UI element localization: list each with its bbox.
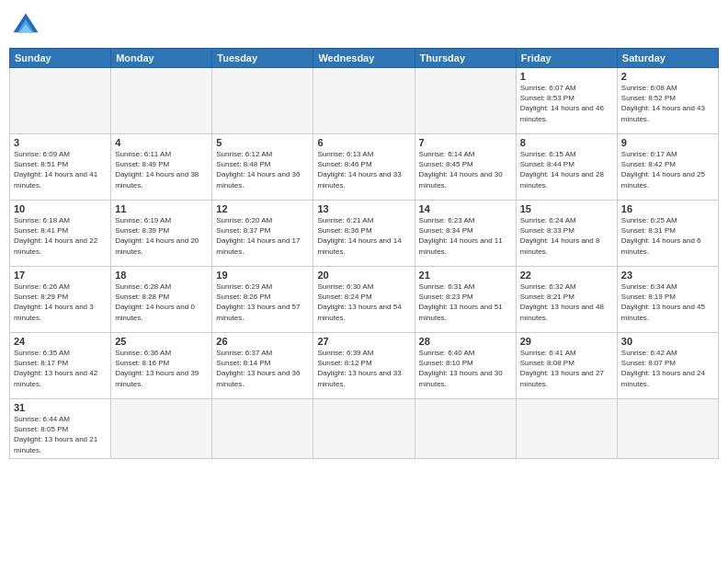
day-info: Sunrise: 6:36 AM Sunset: 8:16 PM Dayligh… bbox=[115, 348, 208, 389]
header bbox=[9, 9, 719, 42]
weekday-header-wednesday: Wednesday bbox=[313, 49, 415, 68]
calendar-cell: 21Sunrise: 6:31 AM Sunset: 8:23 PM Dayli… bbox=[415, 267, 516, 333]
day-number: 18 bbox=[115, 270, 208, 281]
day-number: 15 bbox=[520, 203, 613, 214]
weekday-header-monday: Monday bbox=[111, 49, 212, 68]
calendar-cell bbox=[313, 399, 415, 459]
day-info: Sunrise: 6:11 AM Sunset: 8:49 PM Dayligh… bbox=[115, 149, 208, 190]
day-number: 28 bbox=[419, 336, 512, 347]
calendar-cell bbox=[313, 68, 415, 134]
calendar-cell: 19Sunrise: 6:29 AM Sunset: 8:26 PM Dayli… bbox=[212, 267, 313, 333]
weekday-header-tuesday: Tuesday bbox=[212, 49, 313, 68]
day-info: Sunrise: 6:31 AM Sunset: 8:23 PM Dayligh… bbox=[419, 282, 512, 323]
calendar-cell: 20Sunrise: 6:30 AM Sunset: 8:24 PM Dayli… bbox=[313, 267, 415, 333]
calendar-cell: 25Sunrise: 6:36 AM Sunset: 8:16 PM Dayli… bbox=[111, 333, 212, 399]
calendar-cell: 1Sunrise: 6:07 AM Sunset: 8:53 PM Daylig… bbox=[516, 68, 617, 134]
day-info: Sunrise: 6:40 AM Sunset: 8:10 PM Dayligh… bbox=[419, 348, 512, 389]
calendar-cell bbox=[111, 399, 212, 459]
weekday-header-friday: Friday bbox=[516, 49, 617, 68]
day-number: 12 bbox=[216, 203, 309, 214]
calendar-cell: 10Sunrise: 6:18 AM Sunset: 8:41 PM Dayli… bbox=[10, 201, 111, 267]
calendar-cell: 31Sunrise: 6:44 AM Sunset: 8:05 PM Dayli… bbox=[10, 399, 111, 459]
day-info: Sunrise: 6:09 AM Sunset: 8:51 PM Dayligh… bbox=[14, 149, 107, 190]
day-number: 22 bbox=[520, 270, 613, 281]
calendar-cell: 17Sunrise: 6:26 AM Sunset: 8:29 PM Dayli… bbox=[10, 267, 111, 333]
day-number: 5 bbox=[216, 137, 309, 148]
calendar-cell: 2Sunrise: 6:08 AM Sunset: 8:52 PM Daylig… bbox=[617, 68, 718, 134]
calendar-week-row: 1Sunrise: 6:07 AM Sunset: 8:53 PM Daylig… bbox=[10, 68, 719, 134]
day-info: Sunrise: 6:13 AM Sunset: 8:46 PM Dayligh… bbox=[317, 149, 410, 190]
day-info: Sunrise: 6:17 AM Sunset: 8:42 PM Dayligh… bbox=[621, 149, 714, 190]
day-number: 11 bbox=[115, 203, 208, 214]
calendar-cell bbox=[10, 68, 111, 134]
calendar-cell: 22Sunrise: 6:32 AM Sunset: 8:21 PM Dayli… bbox=[516, 267, 617, 333]
calendar-cell: 30Sunrise: 6:42 AM Sunset: 8:07 PM Dayli… bbox=[617, 333, 718, 399]
day-number: 9 bbox=[621, 137, 714, 148]
day-info: Sunrise: 6:18 AM Sunset: 8:41 PM Dayligh… bbox=[14, 215, 107, 257]
calendar-cell: 16Sunrise: 6:25 AM Sunset: 8:31 PM Dayli… bbox=[617, 201, 718, 267]
day-info: Sunrise: 6:26 AM Sunset: 8:29 PM Dayligh… bbox=[14, 282, 107, 323]
weekday-header-thursday: Thursday bbox=[415, 49, 516, 68]
calendar-week-row: 31Sunrise: 6:44 AM Sunset: 8:05 PM Dayli… bbox=[10, 399, 719, 459]
day-info: Sunrise: 6:30 AM Sunset: 8:24 PM Dayligh… bbox=[317, 282, 410, 323]
calendar-cell bbox=[212, 68, 313, 134]
day-number: 6 bbox=[317, 137, 410, 148]
calendar-week-row: 3Sunrise: 6:09 AM Sunset: 8:51 PM Daylig… bbox=[10, 134, 719, 201]
day-number: 25 bbox=[115, 336, 208, 347]
day-info: Sunrise: 6:12 AM Sunset: 8:48 PM Dayligh… bbox=[216, 149, 309, 190]
day-info: Sunrise: 6:29 AM Sunset: 8:26 PM Dayligh… bbox=[216, 282, 309, 323]
day-number: 27 bbox=[317, 336, 410, 347]
day-info: Sunrise: 6:25 AM Sunset: 8:31 PM Dayligh… bbox=[621, 215, 714, 257]
page: SundayMondayTuesdayWednesdayThursdayFrid… bbox=[0, 0, 728, 563]
day-info: Sunrise: 6:14 AM Sunset: 8:45 PM Dayligh… bbox=[419, 149, 512, 190]
calendar-cell: 4Sunrise: 6:11 AM Sunset: 8:49 PM Daylig… bbox=[111, 134, 212, 201]
weekday-header-saturday: Saturday bbox=[617, 49, 718, 68]
day-info: Sunrise: 6:23 AM Sunset: 8:34 PM Dayligh… bbox=[419, 215, 512, 257]
calendar-cell bbox=[415, 68, 516, 134]
calendar-cell: 8Sunrise: 6:15 AM Sunset: 8:44 PM Daylig… bbox=[516, 134, 617, 201]
day-number: 14 bbox=[419, 203, 512, 214]
day-number: 3 bbox=[14, 137, 107, 148]
calendar-cell: 15Sunrise: 6:24 AM Sunset: 8:33 PM Dayli… bbox=[516, 201, 617, 267]
calendar-cell: 27Sunrise: 6:39 AM Sunset: 8:12 PM Dayli… bbox=[313, 333, 415, 399]
day-number: 1 bbox=[520, 71, 613, 82]
calendar-week-row: 17Sunrise: 6:26 AM Sunset: 8:29 PM Dayli… bbox=[10, 267, 719, 333]
calendar-cell: 5Sunrise: 6:12 AM Sunset: 8:48 PM Daylig… bbox=[212, 134, 313, 201]
day-number: 23 bbox=[621, 270, 714, 281]
calendar-cell: 12Sunrise: 6:20 AM Sunset: 8:37 PM Dayli… bbox=[212, 201, 313, 267]
calendar-cell: 28Sunrise: 6:40 AM Sunset: 8:10 PM Dayli… bbox=[415, 333, 516, 399]
day-info: Sunrise: 6:34 AM Sunset: 8:19 PM Dayligh… bbox=[621, 282, 714, 323]
day-number: 13 bbox=[317, 203, 410, 214]
day-info: Sunrise: 6:15 AM Sunset: 8:44 PM Dayligh… bbox=[520, 149, 613, 190]
day-info: Sunrise: 6:19 AM Sunset: 8:39 PM Dayligh… bbox=[115, 215, 208, 257]
calendar-cell: 24Sunrise: 6:35 AM Sunset: 8:17 PM Dayli… bbox=[10, 333, 111, 399]
day-number: 16 bbox=[621, 203, 714, 214]
calendar-cell: 14Sunrise: 6:23 AM Sunset: 8:34 PM Dayli… bbox=[415, 201, 516, 267]
day-number: 4 bbox=[115, 137, 208, 148]
calendar-cell: 7Sunrise: 6:14 AM Sunset: 8:45 PM Daylig… bbox=[415, 134, 516, 201]
weekday-header-sunday: Sunday bbox=[10, 49, 111, 68]
calendar-cell bbox=[111, 68, 212, 134]
day-info: Sunrise: 6:42 AM Sunset: 8:07 PM Dayligh… bbox=[621, 348, 714, 389]
calendar: SundayMondayTuesdayWednesdayThursdayFrid… bbox=[9, 48, 719, 459]
logo-icon bbox=[9, 9, 42, 42]
day-info: Sunrise: 6:41 AM Sunset: 8:08 PM Dayligh… bbox=[520, 348, 613, 389]
day-number: 24 bbox=[14, 336, 107, 347]
day-number: 2 bbox=[621, 71, 714, 82]
calendar-cell: 9Sunrise: 6:17 AM Sunset: 8:42 PM Daylig… bbox=[617, 134, 718, 201]
calendar-week-row: 24Sunrise: 6:35 AM Sunset: 8:17 PM Dayli… bbox=[10, 333, 719, 399]
calendar-cell: 23Sunrise: 6:34 AM Sunset: 8:19 PM Dayli… bbox=[617, 267, 718, 333]
calendar-cell bbox=[516, 399, 617, 459]
day-info: Sunrise: 6:44 AM Sunset: 8:05 PM Dayligh… bbox=[14, 414, 107, 455]
day-info: Sunrise: 6:37 AM Sunset: 8:14 PM Dayligh… bbox=[216, 348, 309, 389]
day-info: Sunrise: 6:08 AM Sunset: 8:52 PM Dayligh… bbox=[621, 83, 714, 124]
calendar-cell: 18Sunrise: 6:28 AM Sunset: 8:28 PM Dayli… bbox=[111, 267, 212, 333]
day-number: 10 bbox=[14, 203, 107, 214]
day-number: 31 bbox=[14, 402, 107, 413]
day-info: Sunrise: 6:28 AM Sunset: 8:28 PM Dayligh… bbox=[115, 282, 208, 323]
day-number: 19 bbox=[216, 270, 309, 281]
day-info: Sunrise: 6:07 AM Sunset: 8:53 PM Dayligh… bbox=[520, 83, 613, 124]
day-number: 8 bbox=[520, 137, 613, 148]
day-info: Sunrise: 6:24 AM Sunset: 8:33 PM Dayligh… bbox=[520, 215, 613, 257]
day-number: 29 bbox=[520, 336, 613, 347]
